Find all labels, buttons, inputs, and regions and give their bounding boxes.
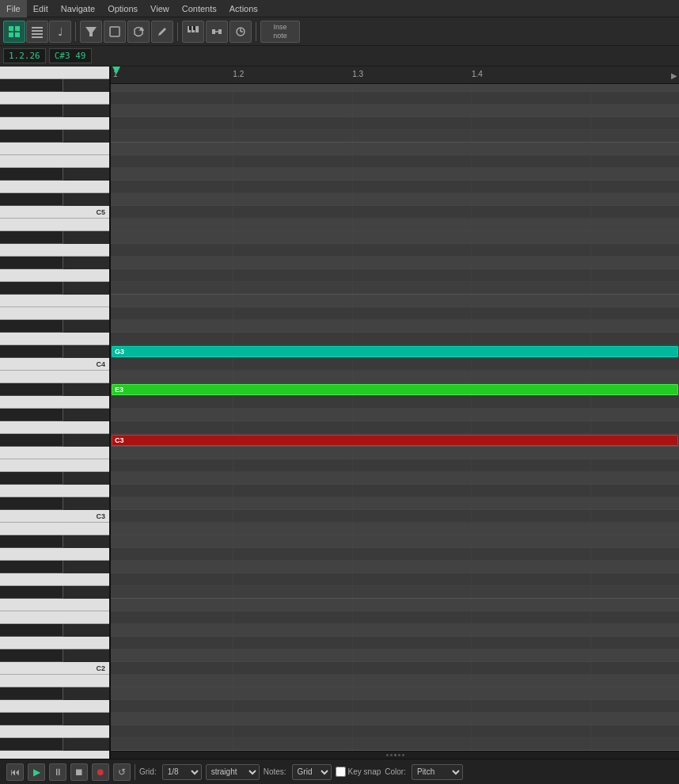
piano-key-gb3[interactable]: [0, 434, 63, 447]
note-g3[interactable]: G3: [112, 346, 678, 357]
note-c3[interactable]: C3: [112, 435, 678, 446]
loop-button[interactable]: [127, 21, 150, 43]
grid-row-e5: [111, 84, 679, 92]
piano-key-ab4[interactable]: [0, 257, 63, 269]
rewind-button[interactable]: ⏮: [6, 763, 24, 781]
timeline[interactable]: 1 1.2 1.3 1.4 ▶: [111, 67, 679, 84]
piano-key-c3[interactable]: C3: [0, 510, 109, 523]
piano-key-eb5[interactable]: [0, 168, 63, 181]
piano-key-bb5[interactable]: [0, 79, 63, 92]
piano-key-f5[interactable]: [0, 143, 109, 155]
svg-rect-5: [32, 30, 43, 32]
piano-key-b1[interactable]: [0, 675, 109, 687]
grid-row-bb1: [111, 611, 679, 624]
menu-actions[interactable]: Actions: [223, 0, 264, 17]
piano-key-d4[interactable]: [0, 333, 109, 345]
piano-key-gb2[interactable]: [0, 586, 63, 599]
piano-key-f4[interactable]: [0, 295, 109, 307]
record-button[interactable]: ⏺: [92, 763, 109, 781]
piano-key-c5[interactable]: C5: [0, 206, 109, 219]
piano-key-gb5[interactable]: [0, 130, 63, 143]
piano-key-ab2[interactable]: [0, 561, 63, 573]
menu-file[interactable]: File: [0, 0, 27, 17]
piano-key-e5[interactable]: [0, 155, 109, 168]
piano-key-bb4[interactable]: [0, 231, 63, 244]
piano-key-gb4[interactable]: [0, 282, 63, 295]
piano-key-db5[interactable]: [0, 193, 63, 206]
piano-key-g4[interactable]: [0, 269, 109, 282]
piano-key-db4[interactable]: [0, 345, 63, 358]
piano-key-a1[interactable]: [0, 700, 109, 713]
piano-key-e2[interactable]: [0, 611, 109, 624]
piano-key-c4[interactable]: C4: [0, 358, 109, 371]
quantize-button[interactable]: [229, 21, 252, 43]
list-mode-button[interactable]: [26, 21, 48, 43]
svg-rect-7: [32, 36, 43, 38]
menu-navigate[interactable]: Navigate: [55, 0, 101, 17]
piano-key-b4[interactable]: [0, 219, 109, 231]
piano-key-eb4[interactable]: [0, 320, 63, 333]
piano-key-a5[interactable]: [0, 92, 109, 105]
play-button[interactable]: ▶: [28, 763, 45, 781]
grid-row-b4: [111, 143, 679, 155]
piano-key-g2[interactable]: [0, 573, 109, 586]
piano-key-f3[interactable]: [0, 447, 109, 459]
piano-key-db3[interactable]: [0, 497, 63, 510]
piano-key-e4[interactable]: [0, 307, 109, 320]
color-select[interactable]: Pitch Velocity Channel: [412, 764, 463, 780]
piano-key-d3[interactable]: [0, 485, 109, 497]
piano-key-e3[interactable]: [0, 459, 109, 472]
draw-button[interactable]: [151, 21, 173, 43]
grid-row-d4: [111, 257, 679, 269]
insert-note-button[interactable]: Inse note: [260, 21, 300, 43]
piano-key-g3[interactable]: [0, 421, 109, 434]
filter-button[interactable]: [80, 21, 102, 43]
piano-key-a2[interactable]: [0, 548, 109, 561]
piano-key-d2[interactable]: [0, 637, 109, 649]
piano-key-bb3[interactable]: [0, 383, 63, 396]
piano-key-db2[interactable]: [0, 649, 63, 662]
grid-size-select[interactable]: 1/8 1/1 1/2 1/4 1/16 1/32: [162, 764, 202, 780]
piano-key-bb2[interactable]: [0, 535, 63, 548]
piano-key-b5[interactable]: [0, 67, 109, 79]
staff-mode-button[interactable]: ♩: [49, 21, 71, 43]
piano-key-f2[interactable]: [0, 599, 109, 611]
piano-key-b2[interactable]: [0, 523, 109, 535]
piano-key-f1[interactable]: [0, 751, 109, 759]
piano-key-bb1[interactable]: [0, 687, 63, 700]
piano-key-g5[interactable]: [0, 117, 109, 130]
piano-key-a4[interactable]: [0, 244, 109, 257]
piano-key-g1[interactable]: [0, 725, 109, 738]
piano-key-eb3[interactable]: [0, 472, 63, 485]
piano-key-ab5[interactable]: [0, 105, 63, 117]
pause-button[interactable]: ⏸: [49, 763, 66, 781]
piano-key-ab1[interactable]: [0, 713, 63, 725]
key-snap-checkbox[interactable]: [336, 767, 346, 777]
piano-key-ab3[interactable]: [0, 409, 63, 421]
piano-roll-button[interactable]: [182, 21, 204, 43]
h-scrollbar[interactable]: [111, 751, 679, 759]
key-snap-label[interactable]: Key snap: [336, 767, 381, 777]
menu-edit[interactable]: Edit: [27, 0, 55, 17]
notes-select[interactable]: Grid 1/4 1/8 1/16: [292, 764, 332, 780]
menu-view[interactable]: View: [144, 0, 176, 17]
note-e3[interactable]: E3: [112, 384, 678, 395]
straight-select[interactable]: straight triplet dotted: [206, 764, 260, 780]
piano-key-d5[interactable]: [0, 181, 109, 193]
piano-key-b3[interactable]: [0, 371, 109, 383]
grid-scroll[interactable]: G3E3C3: [111, 84, 679, 751]
piano-key-eb2[interactable]: [0, 624, 63, 637]
piano-key-c2[interactable]: C2: [0, 662, 109, 675]
piano-key-a3[interactable]: [0, 396, 109, 409]
stop-button[interactable]: ⏹: [70, 763, 88, 781]
snap-button[interactable]: [206, 21, 228, 43]
menu-options[interactable]: Options: [101, 0, 144, 17]
grid-row-d2: [111, 561, 679, 573]
grid-mode-button[interactable]: [3, 21, 25, 43]
rect-select-button[interactable]: [104, 21, 126, 43]
menu-contents[interactable]: Contents: [176, 0, 223, 17]
loop-transport-button[interactable]: ↺: [113, 763, 131, 781]
piano-key-gb1[interactable]: [0, 738, 63, 751]
grid-area: 1 1.2 1.3 1.4 ▶: [111, 67, 679, 759]
grid-row-gb3: [111, 358, 679, 371]
